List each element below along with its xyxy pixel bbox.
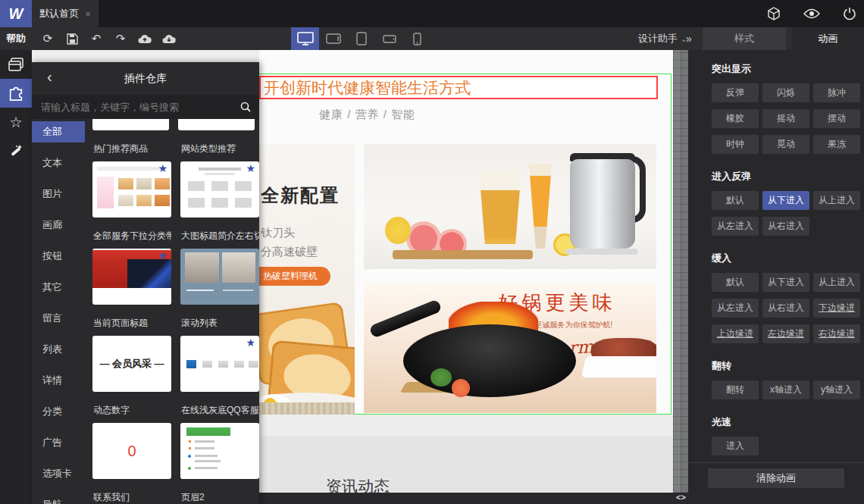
canvas-scrollbar[interactable]: [673, 50, 688, 493]
design-assistant-dropdown[interactable]: 设计助手 ⌄: [638, 27, 687, 50]
device-phone-portrait-icon[interactable]: [403, 27, 431, 50]
plugin-card-page-title[interactable]: — 会员风采 —: [92, 336, 171, 392]
category-item[interactable]: 分类: [32, 401, 85, 422]
clear-animation-area: 清除动画: [688, 462, 864, 493]
category-item[interactable]: 全部: [32, 121, 85, 142]
tab-close-icon[interactable]: ×: [85, 8, 91, 20]
undo-icon[interactable]: ↶: [88, 30, 105, 47]
animation-option-button[interactable]: 从下进入: [762, 191, 809, 210]
banner-blender-line2: 分高速破壁: [261, 245, 318, 259]
animation-option-button[interactable]: 果冻: [813, 135, 860, 154]
category-item[interactable]: 按钮: [32, 246, 85, 267]
category-item[interactable]: 图片: [32, 183, 85, 205]
cube-3d-icon[interactable]: [765, 5, 782, 22]
plugin-card-red-menu[interactable]: ★: [92, 249, 171, 305]
code-view-icon[interactable]: <>: [676, 493, 686, 502]
favorite-star-icon[interactable]: ★: [246, 162, 255, 174]
animation-option-button[interactable]: 从左进入: [712, 299, 759, 318]
animation-option-button[interactable]: 默认: [712, 191, 759, 210]
plugin-label: 当前页面标题: [93, 317, 171, 330]
plugin-card-qq-service[interactable]: [180, 423, 259, 479]
animation-option-button[interactable]: 摆动: [813, 109, 860, 128]
category-item[interactable]: 其它: [32, 277, 85, 298]
animation-option-button[interactable]: 时钟: [712, 135, 759, 154]
animation-option-button[interactable]: 反弹: [712, 83, 759, 102]
sidebar-item-favorites[interactable]: ☆: [0, 108, 32, 136]
plugin-card-site-types[interactable]: ★: [180, 161, 259, 218]
animation-option-button[interactable]: y轴进入: [813, 380, 860, 399]
animation-option-button[interactable]: 从左进入: [712, 217, 759, 236]
search-icon[interactable]: [232, 102, 259, 112]
animation-option-button[interactable]: 闪烁: [762, 83, 809, 102]
banner-kettle-image[interactable]: [364, 144, 656, 269]
device-tablet-landscape-icon[interactable]: [319, 27, 347, 50]
animation-option-button[interactable]: x轴进入: [762, 380, 809, 399]
category-item[interactable]: 详情: [32, 370, 85, 391]
cloud-upload-icon[interactable]: [136, 30, 153, 47]
animation-option-button[interactable]: 从右进入: [762, 217, 809, 236]
animation-option-button[interactable]: 从上进入: [813, 191, 860, 210]
wok-handle-image: [368, 299, 442, 338]
tab-animation[interactable]: 动画: [792, 27, 864, 50]
favorite-star-icon[interactable]: ★: [246, 337, 255, 349]
plugin-grid: 热门推荐商品★网站类型推荐★全部服务下拉分类带...★大图标题简介左右切...当…: [92, 130, 255, 504]
clear-animation-button[interactable]: 清除动画: [708, 468, 844, 488]
category-item[interactable]: 留言: [32, 308, 85, 329]
animation-option-button[interactable]: 进入: [712, 437, 759, 455]
banner-wok-image[interactable]: 好锅更美味 无忧购物，至诚服务为你保驾护航! Warm Home: [364, 282, 656, 413]
favorite-star-icon[interactable]: ★: [158, 162, 167, 174]
help-button[interactable]: 帮助: [0, 27, 32, 50]
hero-subtitle-text[interactable]: 健康 / 营养 / 智能: [319, 108, 415, 122]
news-section-heading[interactable]: 资讯动态: [326, 476, 390, 493]
redo-icon[interactable]: ↷: [112, 30, 129, 47]
device-tablet-portrait-icon[interactable]: [347, 27, 375, 50]
cloud-download-icon[interactable]: [161, 30, 177, 47]
save-icon[interactable]: [64, 30, 80, 47]
expand-chevron-icon[interactable]: »: [686, 27, 692, 50]
design-assistant-label: 设计助手: [638, 32, 678, 45]
top-bar: W 默认首页 ×: [0, 0, 864, 27]
favorite-star-icon[interactable]: ★: [158, 249, 167, 261]
editor-canvas[interactable]: 开创新时代健康智能生活方式 健康 / 营养 / 智能 全新配置 钛刀头 分高速破…: [259, 50, 673, 493]
animation-option-button[interactable]: 摇动: [762, 109, 809, 128]
plugin-search-input[interactable]: [32, 102, 232, 113]
animation-option-button[interactable]: 下边缘进: [813, 299, 860, 318]
banner-blender[interactable]: 全新配置 钛刀头 分高速破壁 热破壁料理机: [259, 144, 355, 415]
category-item[interactable]: 选项卡: [32, 463, 85, 484]
refresh-icon[interactable]: ⟳: [39, 30, 56, 47]
power-exit-icon[interactable]: [841, 5, 858, 22]
category-item[interactable]: 列表: [32, 339, 85, 360]
animation-option-button[interactable]: 晃动: [762, 135, 809, 154]
animation-option-button[interactable]: 从右进入: [762, 299, 809, 318]
animation-option-button[interactable]: 上边缘进: [712, 324, 759, 343]
category-item[interactable]: 文本: [32, 152, 85, 174]
plugin-card-interior-slider[interactable]: [180, 249, 259, 305]
category-item[interactable]: 导航: [32, 494, 85, 504]
animation-option-button[interactable]: 默认: [712, 273, 759, 292]
plugin-card-partial[interactable]: [92, 119, 169, 130]
category-item[interactable]: 画廊: [32, 214, 85, 236]
animation-option-button[interactable]: 从上进入: [813, 273, 860, 292]
animation-option-button[interactable]: 橡胶: [712, 109, 759, 128]
plugin-preview-text: — 会员风采 —: [92, 336, 171, 392]
back-chevron-icon[interactable]: ‹: [47, 68, 52, 86]
plugin-card-number[interactable]: 0: [92, 423, 171, 479]
sidebar-item-plugins[interactable]: [0, 79, 32, 108]
sidebar-item-pages[interactable]: [0, 50, 32, 79]
tab-style[interactable]: 样式: [703, 27, 786, 50]
sidebar-item-magic-wand[interactable]: [0, 136, 32, 165]
category-item[interactable]: 广告: [32, 432, 85, 453]
plugin-card-products-grid[interactable]: ★: [92, 161, 171, 218]
plugin-card-partial[interactable]: [178, 119, 255, 130]
animation-option-button[interactable]: 左边缘进: [762, 324, 809, 343]
animation-option-button[interactable]: 从下进入: [762, 273, 809, 292]
animation-option-button[interactable]: 脉冲: [813, 83, 860, 102]
device-desktop-icon[interactable]: [291, 27, 319, 50]
animation-option-button[interactable]: 翻转: [712, 380, 759, 399]
plugin-card-logo-strip[interactable]: ★: [180, 336, 259, 392]
page-tab-default-home[interactable]: 默认首页 ×: [32, 0, 99, 27]
device-phone-landscape-icon[interactable]: [375, 27, 403, 50]
animation-option-button[interactable]: 右边缘进: [813, 324, 860, 343]
preview-eye-icon[interactable]: [803, 5, 820, 22]
selected-text-element[interactable]: 开创新时代健康智能生活方式: [259, 76, 658, 99]
